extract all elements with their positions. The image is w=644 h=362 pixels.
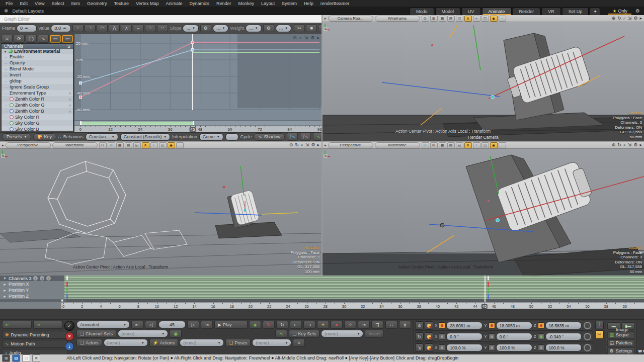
channel-item-sky-color-b[interactable]: →Sky Color B bbox=[2, 126, 73, 131]
expand-icon[interactable]: ► bbox=[3, 283, 7, 286]
camera-selector[interactable]: Perspective bbox=[6, 142, 51, 148]
rotation-x-value[interactable]: 0.0 ° bbox=[446, 333, 482, 340]
pan-view-icon[interactable]: ⊕ bbox=[289, 142, 293, 148]
layout-gear-icon[interactable]: ⚙ bbox=[631, 8, 644, 14]
maximize-view-icon[interactable]: ⇲ bbox=[628, 16, 632, 21]
channel-item-zenith-color-b[interactable]: →Zenith Color B○ bbox=[2, 108, 73, 114]
channel-item-sky-color-r[interactable]: →Sky Color R bbox=[2, 114, 73, 120]
cut-keys-icon[interactable]: ✂ bbox=[294, 24, 305, 32]
menu-file[interactable]: File bbox=[2, 1, 17, 6]
play-button[interactable]: ▶Play bbox=[214, 321, 248, 329]
cycle-checkbox[interactable] bbox=[225, 133, 238, 141]
cut-tool-icon[interactable]: ✂ bbox=[595, 330, 604, 339]
orbit-view-icon[interactable]: ↻ bbox=[617, 142, 621, 148]
pin-layout-icon[interactable]: ✱ bbox=[0, 8, 12, 14]
only-toggle[interactable]: ★ Only bbox=[608, 8, 631, 15]
show-selected-icon[interactable]: ▭ bbox=[62, 35, 73, 43]
ghost-mode-icon[interactable]: ⊹ bbox=[473, 16, 480, 22]
scale-y-keyed-toggle[interactable] bbox=[489, 344, 495, 351]
viewport-settings-icon[interactable]: ⚙ bbox=[633, 16, 637, 21]
timeline-playhead[interactable] bbox=[485, 276, 486, 302]
value-input[interactable]: 0.0◂▸ bbox=[51, 25, 71, 32]
group-i-icon[interactable]: i bbox=[33, 276, 38, 281]
unify-tangents-tool-icon[interactable]: ∵ bbox=[157, 24, 168, 32]
zoom-view-icon[interactable]: ⌕ bbox=[623, 16, 626, 21]
zoom-view-icon[interactable]: ⌕ bbox=[301, 142, 303, 148]
interpolation-dropdown[interactable]: Curve▼ bbox=[199, 133, 223, 141]
pre-behavior-dropdown[interactable]: Constan...▼ bbox=[86, 133, 118, 141]
timeline-group-row-track-area[interactable] bbox=[64, 276, 644, 281]
timeline-track-position-x-track-area[interactable] bbox=[64, 281, 644, 287]
scale-x-value[interactable]: 100.0 % bbox=[446, 344, 482, 351]
menu-select[interactable]: Select bbox=[48, 1, 67, 6]
position-tool-icon[interactable]: ⊕ bbox=[415, 321, 424, 330]
fcurve-green-icon[interactable]: ∿ bbox=[313, 133, 321, 141]
fcurve-blue-icon[interactable]: ƒ∿ bbox=[287, 133, 298, 141]
maximize-view-icon[interactable]: ⇲ bbox=[628, 142, 632, 148]
sets-more-icon[interactable]: » bbox=[293, 339, 305, 347]
scale-time-icon[interactable]: ⇥ bbox=[33, 321, 63, 329]
insert-key-set-button[interactable]: Insert bbox=[365, 330, 383, 338]
viewport-more-icon[interactable]: ▸ bbox=[317, 142, 319, 148]
key-sets-button[interactable]: ❏Key Sets bbox=[289, 330, 319, 338]
linear-tangent-tool-icon[interactable]: ∧ bbox=[121, 24, 132, 32]
viewport-menu-icon[interactable]: ▸ bbox=[325, 17, 327, 21]
channel-item-blend-mode[interactable]: →Blend Mode bbox=[2, 66, 73, 72]
keyframe-marker[interactable] bbox=[488, 288, 489, 293]
key-set-stack-icon[interactable]: ⇱ bbox=[275, 330, 287, 338]
camera-selector[interactable]: Camera Roa... bbox=[328, 16, 373, 22]
shade-wire-icon[interactable]: ▤ bbox=[447, 142, 455, 148]
shade-solid-icon[interactable]: ▦ bbox=[439, 16, 446, 22]
sync-selection-icon[interactable]: ⟳ bbox=[14, 35, 25, 43]
extra-options-icon[interactable]: · bbox=[499, 16, 506, 22]
actions-dropdown[interactable]: (none)▼ bbox=[180, 339, 224, 346]
tab-vr[interactable]: VR bbox=[541, 8, 561, 15]
curve-filter-icon[interactable]: ∿ bbox=[38, 35, 49, 43]
viewport-br-scene[interactable]: Action Center Pivot : Action Axis Local … bbox=[323, 149, 644, 276]
keyframe-marker[interactable] bbox=[66, 294, 68, 299]
actions-button[interactable]: ⚡Actions bbox=[149, 339, 179, 347]
time-system-icon[interactable]: ✓ bbox=[64, 321, 74, 331]
step-forward-button[interactable]: ▷ bbox=[187, 321, 199, 329]
window-grid-icon[interactable]: ⊞ bbox=[2, 354, 10, 362]
add-channel-set-icon[interactable]: ⇣ bbox=[65, 342, 74, 351]
selection-rollover-icon[interactable]: ⋔ bbox=[142, 142, 149, 148]
window-blank-icon[interactable]: □ bbox=[22, 354, 30, 362]
item-visibility-icon[interactable]: ◫ bbox=[481, 142, 489, 148]
menu-edit[interactable]: Edit bbox=[17, 1, 32, 6]
rotation-y-keyed-toggle[interactable] bbox=[489, 333, 495, 340]
shade-solid-icon[interactable]: ▦ bbox=[116, 142, 124, 148]
item-visibility-icon[interactable]: ◫ bbox=[159, 142, 167, 148]
fcurve-pink-icon[interactable]: ƒ∿ bbox=[300, 133, 311, 141]
slope-in-dropdown[interactable]: ...▼ bbox=[183, 25, 198, 32]
position-key-icon[interactable] bbox=[425, 321, 433, 330]
quad-pane-icon[interactable]: ⊞ bbox=[430, 16, 438, 22]
overlay-options-icon[interactable]: ◱ bbox=[456, 142, 463, 148]
menu-vertex-map[interactable]: Vertex Map bbox=[132, 1, 163, 6]
channel-item-ignore-scale-group[interactable]: →Ignore Scale Group bbox=[2, 84, 73, 90]
menu-renderbeamer[interactable]: renderBeamer bbox=[317, 1, 353, 6]
palettes-button[interactable]: ◱Palettes bbox=[607, 339, 635, 347]
keyframe-marker[interactable] bbox=[488, 294, 489, 299]
overlay-options-icon[interactable]: ◱ bbox=[456, 16, 463, 22]
single-pane-icon[interactable]: ⊡ bbox=[422, 142, 429, 148]
post-behavior-dropdown[interactable]: Constant (Smooth)▼ bbox=[120, 133, 171, 141]
stepped-tool-icon[interactable]: ⌐ bbox=[133, 24, 144, 32]
channel-item-invert[interactable]: →Invert bbox=[2, 72, 73, 78]
channel-sets-dropdown[interactable]: (none)▼ bbox=[118, 330, 168, 337]
position-x-value[interactable]: 28.6081 m bbox=[446, 322, 482, 329]
curve-graph-area[interactable]: 20 mm0 m-20 mm-40 mm-60 mm ⊕⌕⇲⚙▸ 0122436… bbox=[74, 34, 321, 132]
menu-item[interactable]: Item bbox=[67, 1, 84, 6]
tab-animate[interactable]: Animate bbox=[482, 8, 512, 15]
current-frame-field[interactable]: 45 bbox=[158, 321, 186, 328]
position-x-keyed-toggle[interactable] bbox=[439, 322, 445, 329]
shading-selector[interactable]: Wireframe bbox=[375, 142, 420, 148]
fit-graph-icon[interactable]: ⇲ bbox=[304, 35, 308, 41]
position-y-keyed-toggle[interactable] bbox=[489, 322, 495, 329]
copy-keys-icon[interactable]: ■ bbox=[306, 24, 317, 32]
menu-geometry[interactable]: Geometry bbox=[84, 1, 111, 6]
viewport-more-icon[interactable]: ▸ bbox=[639, 16, 642, 21]
scale-x-keyed-toggle[interactable] bbox=[439, 344, 445, 351]
scale-key-icon[interactable] bbox=[425, 343, 433, 352]
clock-options-button[interactable]: ↻ bbox=[276, 321, 288, 329]
